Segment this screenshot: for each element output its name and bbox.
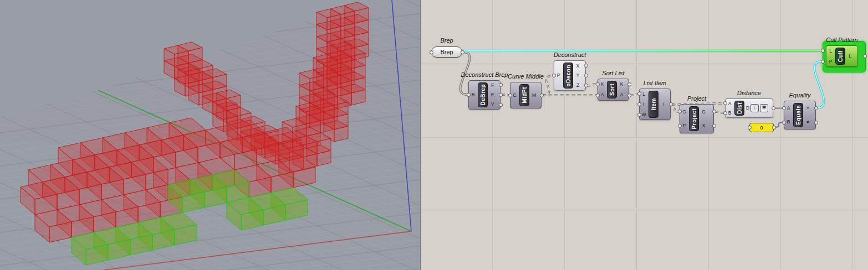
deconstruct-brep-input-B: B bbox=[469, 92, 477, 97]
deconstruct-brep-output-F: F bbox=[489, 83, 496, 88]
deconstruct-point-outputs: XYZ bbox=[574, 61, 582, 90]
component-label-curve-middle: Curve Middle bbox=[508, 73, 544, 80]
deconstruct-point-output-Y: Y bbox=[574, 73, 581, 78]
curve-middle-input-C: C bbox=[511, 93, 518, 98]
rhino-viewport[interactable] bbox=[0, 0, 421, 270]
project-input-G: G bbox=[681, 110, 688, 115]
distance-output-grip-D[interactable] bbox=[772, 106, 775, 110]
rhino-grasshopper-window: BrepBrepDeconstruct BrepBDeBrepFEVCurve … bbox=[0, 0, 868, 270]
cull-pattern-output-grip-L[interactable] bbox=[863, 54, 867, 58]
grasshopper-canvas[interactable]: BrepBrepDeconstruct BrepBDeBrepFEVCurve … bbox=[421, 0, 868, 270]
deconstruct-point-output-grip-Z[interactable] bbox=[584, 84, 588, 87]
curve-middle-output-M: M bbox=[530, 93, 538, 98]
equality-output-grip-≠[interactable] bbox=[814, 121, 818, 124]
viewport-svg bbox=[0, 0, 420, 270]
list-item-input-grip-W[interactable] bbox=[637, 113, 641, 117]
number-panel[interactable]: 0 bbox=[749, 123, 774, 132]
brep-param[interactable]: Brep bbox=[431, 46, 462, 58]
project-input-P: P bbox=[681, 123, 688, 128]
deconstruct-point-name-capsule: pDecon bbox=[563, 63, 573, 89]
project-output-G: G bbox=[700, 110, 707, 115]
deconstruct-brep-input-grip-B[interactable] bbox=[467, 93, 471, 97]
component-project[interactable]: GPProjectGX bbox=[680, 104, 714, 133]
project-input-grip-G[interactable] bbox=[678, 110, 682, 113]
sort-list-name-capsule: Sort bbox=[607, 81, 617, 98]
equality-input-A: A bbox=[785, 106, 792, 111]
number-panel-input-grip[interactable] bbox=[748, 126, 752, 129]
component-curve-middle[interactable]: CMidPtM bbox=[510, 82, 542, 108]
curve-middle-output-grip-M[interactable] bbox=[540, 94, 544, 97]
component-label-distance: Distance bbox=[737, 90, 761, 96]
sort-list-input-grip-A[interactable] bbox=[596, 94, 600, 97]
deconstruct-point-output-Z: Z bbox=[574, 83, 581, 88]
component-label-equality: Equality bbox=[789, 92, 810, 98]
deconstruct-brep-output-grip-V[interactable] bbox=[499, 103, 503, 107]
list-item-input-grip-i[interactable] bbox=[637, 102, 641, 106]
deconstruct-brep-output-E: E bbox=[489, 92, 496, 97]
list-item-input-W: W bbox=[640, 112, 647, 117]
component-label-deconstruct-point: Deconstruct bbox=[554, 51, 586, 58]
curve-middle-outputs: M bbox=[530, 82, 538, 108]
brep-param-output-grip[interactable] bbox=[461, 50, 464, 54]
equality-output-=: = bbox=[804, 106, 811, 111]
cull-pattern-input-grip-P[interactable] bbox=[821, 60, 825, 64]
component-deconstruct-brep[interactable]: BDeBrepFEV bbox=[468, 80, 501, 110]
distance-input-grip-A[interactable] bbox=[723, 101, 727, 105]
component-deconstruct-point[interactable]: PpDeconXYZ bbox=[554, 60, 586, 91]
equality-input-B: B bbox=[785, 120, 792, 124]
sort-list-outputs: KA bbox=[617, 79, 626, 100]
distance-input-B: B bbox=[726, 111, 733, 116]
sort-list-input-A: A bbox=[599, 92, 606, 97]
distance-input-A: A bbox=[726, 101, 733, 106]
equality-outputs: =≠ bbox=[804, 101, 812, 129]
brep-param-input-grip[interactable] bbox=[430, 50, 433, 54]
project-output-grip-X[interactable] bbox=[712, 124, 716, 128]
list-item-output-grip-i[interactable] bbox=[669, 102, 673, 106]
sort-list-output-K: K bbox=[618, 82, 625, 87]
equality-input-grip-A[interactable] bbox=[782, 106, 786, 110]
equality-output-grip-=[interactable] bbox=[814, 106, 818, 110]
component-sort-list[interactable]: KASortKA bbox=[598, 79, 629, 101]
component-label-list-item: List Item bbox=[644, 80, 667, 86]
project-name-capsule: Project bbox=[689, 106, 699, 131]
deconstruct-point-output-grip-Y[interactable] bbox=[584, 74, 588, 77]
curve-middle-input-grip-C[interactable] bbox=[508, 94, 512, 97]
component-distance[interactable]: ABDistD↓✱ bbox=[725, 98, 773, 118]
component-cull-pattern[interactable]: LPCullL bbox=[826, 45, 858, 67]
sort-list-input-grip-K[interactable] bbox=[596, 82, 600, 86]
project-output-grip-G[interactable] bbox=[712, 110, 716, 113]
deconstruct-point-output-grip-X[interactable] bbox=[584, 64, 588, 68]
deconstruct-brep-outputs: FEV bbox=[488, 81, 497, 109]
distance-input-grip-B[interactable] bbox=[723, 111, 727, 115]
deconstruct-brep-output-grip-F[interactable] bbox=[499, 83, 503, 87]
equality-output-≠: ≠ bbox=[804, 120, 811, 124]
sort-list-output-grip-K[interactable] bbox=[627, 82, 631, 86]
component-list-item[interactable]: LiWItemi bbox=[639, 89, 671, 120]
down-arrow-icon[interactable]: ↓ bbox=[750, 104, 759, 112]
deconstruct-brep-output-grip-E[interactable] bbox=[499, 93, 503, 97]
list-item-output-i: i bbox=[660, 102, 667, 107]
sort-list-output-A: A bbox=[618, 92, 625, 97]
deconstruct-brep-output-V: V bbox=[489, 102, 496, 107]
list-item-name-capsule: Item bbox=[649, 91, 658, 118]
deconstruct-point-input-grip-P[interactable] bbox=[552, 74, 556, 77]
distance-name-capsule: Dist bbox=[734, 101, 744, 116]
sort-list-output-grip-A[interactable] bbox=[627, 94, 631, 97]
number-panel-output-grip[interactable] bbox=[772, 126, 776, 129]
equality-input-grip-B[interactable] bbox=[782, 121, 786, 124]
list-item-input-i: i bbox=[640, 102, 647, 107]
equality-name-capsule: Equals bbox=[793, 103, 803, 127]
list-item-input-grip-L[interactable] bbox=[637, 92, 641, 96]
project-input-grip-P[interactable] bbox=[678, 124, 682, 128]
list-item-outputs: i bbox=[659, 89, 667, 120]
project-outputs: GX bbox=[699, 105, 708, 133]
component-label-sort-list: Sort List bbox=[602, 70, 624, 76]
cull-pattern-outputs: L bbox=[846, 46, 854, 66]
component-equality[interactable]: ABEquals=≠ bbox=[784, 101, 816, 129]
cull-pattern-input-grip-L[interactable] bbox=[821, 49, 825, 53]
cull-pattern-input-P: P bbox=[827, 59, 834, 64]
distance-outputs: D↓✱ bbox=[745, 99, 769, 117]
equality-inputs: AB bbox=[784, 101, 793, 129]
component-label-deconstruct-brep: Deconstruct Brep bbox=[461, 71, 508, 78]
asterisk-icon[interactable]: ✱ bbox=[760, 104, 768, 112]
